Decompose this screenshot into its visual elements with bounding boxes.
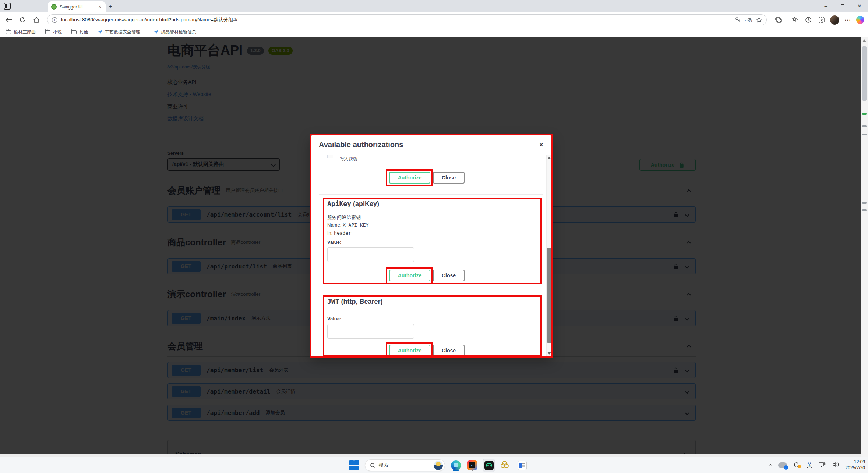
modal-body: 写入权限 Authorize Close ApiKey (apiKey) 服务间…	[311, 155, 546, 356]
back-icon[interactable]	[3, 14, 14, 25]
scroll-marker	[862, 113, 867, 115]
section-divider	[319, 194, 543, 195]
horizontal-scrollbar[interactable]	[0, 454, 861, 457]
edge-icon	[451, 460, 461, 470]
tab-title: Swagger UI	[60, 4, 95, 10]
scroll-up-icon[interactable]	[547, 157, 551, 159]
network-icon[interactable]	[819, 461, 826, 469]
tray-clock[interactable]: 12:09 2025/7/20	[846, 459, 865, 471]
maximize-button[interactable]	[834, 0, 851, 12]
tray-time: 12:09	[846, 459, 865, 465]
browser-tab-strip: Swagger UI ✕ + – ✕	[0, 0, 868, 12]
scroll-marker	[862, 202, 867, 204]
scope-checkbox[interactable]	[327, 155, 333, 158]
taskbar-app-idea[interactable]: IJ	[466, 459, 478, 472]
jwt-heading: JWT (http, Bearer)	[327, 298, 383, 306]
swagger-favicon-icon	[51, 4, 57, 10]
home-icon[interactable]	[31, 14, 42, 25]
page-scrollbar-thumb[interactable]	[862, 46, 867, 101]
page-scrollbar[interactable]	[861, 37, 868, 457]
bookmark-label: 工艺数据安全管理...	[105, 29, 144, 35]
bookmark-label: 小说	[53, 29, 62, 35]
bookmark-label: 其他	[79, 29, 88, 35]
bookmarks-bar: 棺材三部曲 小说 其他 工艺数据安全管理... 成品管材检验信息...	[0, 28, 868, 37]
modal-header: Available authorizations ✕	[311, 135, 551, 154]
active-indicator	[453, 470, 459, 471]
cloud-sync-icon[interactable]: i	[778, 462, 787, 468]
scope-description: 写入权限	[339, 156, 357, 162]
minimize-button[interactable]: –	[817, 0, 834, 12]
workspace-icon[interactable]	[4, 3, 11, 10]
taskbar-app-edge[interactable]	[450, 459, 462, 472]
apikey-value-label: Value:	[327, 239, 341, 245]
profile-avatar[interactable]	[830, 15, 839, 25]
volume-icon[interactable]	[832, 462, 839, 469]
modal-close-icon[interactable]: ✕	[539, 141, 544, 148]
bookmark-item[interactable]: 工艺数据安全管理...	[98, 29, 144, 35]
extensions-icon[interactable]	[774, 15, 783, 25]
jwt-close-button[interactable]: Close	[433, 345, 465, 356]
taskbar-app-terminal[interactable]	[483, 459, 495, 472]
tab-close-icon[interactable]: ✕	[98, 4, 102, 10]
folder-icon	[6, 30, 11, 34]
bookmark-folder[interactable]: 小说	[45, 29, 62, 35]
toolbar-divider	[787, 17, 787, 23]
taskbar-search[interactable]: 搜索	[365, 459, 445, 471]
window-close-button[interactable]: ✕	[851, 0, 868, 12]
password-key-icon[interactable]	[735, 17, 741, 23]
jwt-value-input[interactable]	[327, 324, 414, 339]
modal-title: Available authorizations	[319, 141, 539, 149]
translate-icon[interactable]: aあ	[745, 17, 752, 23]
taskbar-app-window[interactable]	[516, 459, 528, 472]
new-tab-button[interactable]: +	[109, 3, 112, 10]
bookmark-item[interactable]: 成品管材检验信息...	[154, 29, 200, 35]
intellij-icon: IJ	[467, 460, 477, 470]
browser-tab[interactable]: Swagger UI ✕	[48, 1, 106, 12]
terminal-icon	[484, 461, 494, 470]
start-button[interactable]	[348, 459, 360, 472]
screenshot-icon[interactable]	[817, 15, 826, 25]
browser-menu-icon[interactable]: ⋯	[843, 15, 853, 25]
bookmark-site-icon	[154, 30, 158, 35]
site-info-icon[interactable]: i	[52, 17, 57, 23]
search-icon	[370, 463, 375, 468]
favorite-star-icon[interactable]	[756, 17, 762, 23]
screen: Swagger UI ✕ + – ✕ i localhost:8080/swag…	[0, 0, 868, 473]
modal-scrollbar-thumb[interactable]	[547, 248, 551, 343]
apikey-close-button[interactable]: Close	[433, 270, 465, 281]
page-viewport: 电商平台API 1.2.0 OAS 3.0 /v3/api-docs/默认分组 …	[0, 37, 861, 457]
update-sync-icon[interactable]	[793, 462, 801, 469]
bookmark-site-icon	[98, 30, 102, 35]
scroll-down-icon[interactable]	[547, 352, 551, 355]
copilot-icon[interactable]	[856, 16, 864, 24]
favorites-bar-icon[interactable]	[790, 15, 800, 25]
browser-toolbar: i localhost:8080/swagger-ui/swagger-ui/i…	[0, 12, 868, 28]
modal-authorize-button[interactable]: Authorize	[389, 172, 430, 184]
open-indicator	[472, 470, 473, 471]
apikey-description: 服务间通信密钥	[327, 214, 361, 221]
url-text[interactable]: localhost:8080/swagger-ui/swagger-ui/ind…	[61, 17, 731, 23]
weather-icon[interactable]	[434, 461, 443, 470]
window-controls: – ✕	[817, 0, 868, 12]
taskbar-app-navicat[interactable]	[500, 459, 511, 472]
apikey-value-input[interactable]	[327, 247, 414, 262]
modal-scrollbar[interactable]	[546, 155, 551, 356]
bookmark-folder[interactable]: 棺材三部曲	[6, 29, 36, 35]
authorizations-modal: Available authorizations ✕ 写入权限 Authoriz…	[311, 135, 551, 356]
tray-chevron-up-icon[interactable]	[768, 464, 772, 468]
search-placeholder: 搜索	[379, 462, 430, 469]
notification-dot	[798, 465, 801, 468]
jwt-value-label: Value:	[327, 316, 341, 321]
apikey-authorize-button[interactable]: Authorize	[389, 270, 430, 281]
ime-indicator[interactable]: 英	[807, 462, 812, 469]
history-icon[interactable]	[804, 15, 813, 25]
scroll-up-icon[interactable]	[862, 39, 866, 42]
scroll-marker	[862, 209, 867, 211]
refresh-icon[interactable]	[17, 14, 28, 25]
apikey-name-row: Name: X-API-KEY	[327, 222, 368, 228]
scroll-marker	[862, 134, 867, 135]
address-bar[interactable]: i localhost:8080/swagger-ui/swagger-ui/i…	[47, 14, 767, 25]
jwt-authorize-button[interactable]: Authorize	[389, 345, 430, 356]
modal-close-button[interactable]: Close	[433, 172, 465, 184]
bookmark-folder[interactable]: 其他	[71, 29, 88, 35]
